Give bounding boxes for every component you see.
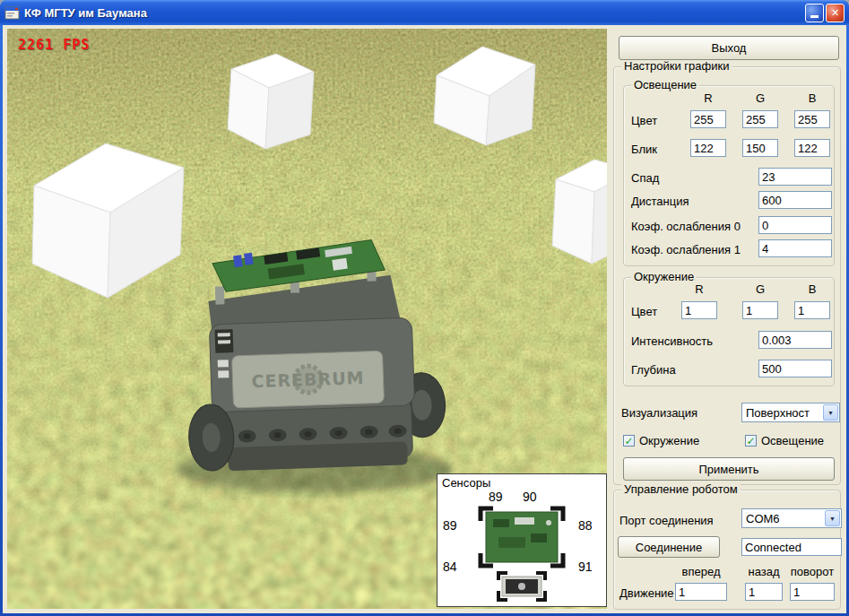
apply-button-label: Применить (698, 463, 758, 476)
chevron-down-icon[interactable] (823, 404, 838, 421)
ambient-header-g: G (742, 282, 778, 296)
attenuation0-input[interactable] (758, 216, 832, 234)
depth-label: Глубина (631, 363, 676, 377)
ambient-checkbox[interactable]: Окружение (623, 434, 699, 447)
light-color-r-input[interactable] (690, 110, 726, 128)
lighting-group: Освещение R G B Цвет Блик Спад Дистанция… (623, 85, 835, 266)
fps-counter: 2261 FPS (18, 37, 90, 53)
robot-control-group: Управление роботом Порт соединения COM6 … (613, 490, 841, 610)
ambient-color-g-input[interactable] (742, 301, 778, 319)
3d-viewport[interactable]: CEREBRUM (7, 29, 607, 609)
graphics-settings-group: Настройки графики Освещение R G B Цвет Б… (613, 66, 841, 485)
connect-button-label: Соединение (636, 541, 703, 554)
apply-button[interactable]: Применить (623, 457, 835, 481)
chevron-down-icon[interactable] (825, 510, 840, 526)
turn-header: поворот (790, 565, 835, 578)
movement-label: Движение (619, 586, 674, 600)
lighting-group-title: Освещение (631, 79, 699, 91)
ambient-color-r-input[interactable] (681, 301, 717, 319)
falloff-label: Спад (631, 171, 659, 185)
robot-group-title: Управление роботом (621, 483, 741, 496)
specular-b-input[interactable] (794, 139, 830, 157)
lighting-checkbox-label: Освещение (761, 434, 824, 447)
light-color-label: Цвет (631, 114, 657, 127)
minimize-button[interactable] (805, 4, 824, 22)
attenuation1-input[interactable] (758, 239, 832, 257)
light-color-g-input[interactable] (742, 110, 778, 128)
sensors-title: Сенсоры (442, 476, 490, 490)
movement-back-input[interactable] (745, 583, 783, 601)
distance-label: Дистанция (631, 195, 689, 208)
ambient-color-b-input[interactable] (794, 301, 830, 319)
depth-input[interactable] (758, 360, 832, 377)
lighting-header-g: G (742, 91, 778, 105)
back-header: назад (745, 565, 783, 578)
sensor-value-right-front: 88 (578, 518, 593, 533)
exit-button[interactable]: Выход (619, 36, 839, 60)
distance-input[interactable] (758, 191, 832, 209)
attenuation0-label: Коэф. ослабления 0 (631, 220, 741, 233)
falloff-input[interactable] (758, 168, 832, 186)
forward-header: вперед (675, 565, 727, 578)
port-label: Порт соединения (619, 514, 714, 527)
checkmark-icon (745, 435, 757, 447)
robot-topview-icon (472, 501, 572, 603)
ambient-checkbox-label: Окружение (639, 434, 699, 447)
port-value: COM6 (742, 512, 824, 525)
lighting-checkbox[interactable]: Освещение (745, 434, 824, 447)
attenuation1-label: Коэф. ослабления 1 (631, 243, 741, 256)
port-select[interactable]: COM6 (741, 508, 842, 528)
connection-status-field[interactable] (741, 538, 842, 556)
ambient-color-label: Цвет (631, 305, 657, 318)
client-area: CEREBRUM (3, 25, 846, 613)
lighting-header-r: R (690, 91, 726, 105)
specular-label: Блик (631, 143, 657, 156)
movement-forward-input[interactable] (675, 583, 727, 601)
intensity-label: Интенсивность (631, 334, 713, 348)
intensity-input[interactable] (758, 331, 832, 349)
specular-r-input[interactable] (690, 139, 726, 157)
visualization-label: Визуализация (621, 406, 697, 420)
movement-turn-input[interactable] (790, 583, 835, 601)
specular-g-input[interactable] (742, 139, 778, 157)
sensor-value-left-rear: 84 (443, 560, 457, 574)
white-cube-top (228, 54, 314, 149)
app-icon (4, 5, 20, 21)
visualization-select[interactable]: Поверхност (741, 403, 840, 422)
ambient-group: Окружение R G B Цвет Интенсивность Глуби… (623, 277, 835, 386)
visualization-value: Поверхност (742, 406, 822, 420)
app-window: КФ МГТУ им Баумана (0, 0, 849, 616)
ambient-header-r: R (681, 282, 717, 296)
light-color-b-input[interactable] (794, 110, 830, 128)
sensor-value-left-front: 89 (443, 518, 457, 533)
sensors-panel: Сенсоры 89 90 89 88 84 91 (437, 473, 607, 607)
ambient-header-b: B (794, 282, 830, 296)
title-bar[interactable]: КФ МГТУ им Баумана (0, 0, 849, 25)
close-button[interactable] (826, 4, 845, 22)
ambient-group-title: Окружение (631, 271, 697, 283)
checkmark-icon (623, 435, 635, 447)
exit-button-label: Выход (712, 41, 747, 55)
svg-text:CEREBRUM: CEREBRUM (251, 368, 365, 391)
sensor-value-right-rear: 91 (578, 560, 593, 574)
graphics-group-title: Настройки графики (621, 60, 732, 73)
lighting-header-b: B (794, 91, 830, 105)
window-title: КФ МГТУ им Баумана (24, 6, 805, 20)
connect-button[interactable]: Соединение (618, 536, 720, 558)
